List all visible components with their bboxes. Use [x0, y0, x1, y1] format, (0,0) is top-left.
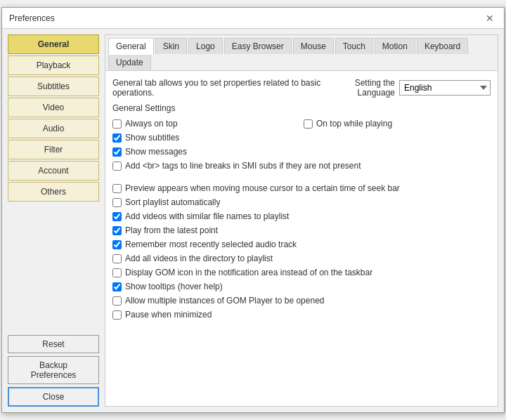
sidebar-item-subtitles[interactable]: Subtitles: [8, 77, 99, 96]
row-add-all-videos: Add all videos in the directory to playl…: [112, 254, 491, 263]
row-remember-audio: Remember most recently selected audio tr…: [112, 239, 491, 249]
add-br-tags-checkbox[interactable]: [112, 162, 122, 171]
add-similar-videos-checkbox[interactable]: [112, 212, 122, 221]
row-show-subtitles: Show subtitles: [112, 133, 491, 143]
main-panel: General Skin Logo Easy Browser Mouse Tou…: [105, 34, 498, 407]
add-all-videos-checkbox[interactable]: [112, 254, 122, 263]
tab-easy-browser[interactable]: Easy Browser: [224, 38, 292, 54]
add-similar-videos-label[interactable]: Add videos with similar file names to pl…: [125, 211, 289, 221]
description-text: General tab allows you to set properties…: [112, 78, 323, 98]
sidebar-item-account[interactable]: Account: [8, 161, 99, 181]
display-gom-icon-label[interactable]: Display GOM icon in the notification are…: [125, 268, 372, 277]
sidebar-item-general[interactable]: General: [8, 34, 99, 54]
language-label: Setting theLanguage: [355, 78, 395, 98]
tab-general[interactable]: General: [108, 38, 154, 55]
add-all-videos-label[interactable]: Add all videos in the directory to playl…: [125, 254, 273, 263]
preview-mouse-label[interactable]: Preview appears when moving mouse cursor…: [125, 183, 400, 193]
always-on-top-label[interactable]: Always on top: [125, 119, 178, 129]
row-preview-mouse: Preview appears when moving mouse cursor…: [112, 183, 491, 193]
remember-audio-label[interactable]: Remember most recently selected audio tr…: [125, 239, 297, 249]
row-play-latest: Play from the latest point: [112, 225, 491, 235]
row-always-on-top: Always on top On top while playing: [112, 119, 491, 129]
play-latest-label[interactable]: Play from the latest point: [125, 225, 218, 235]
tab-keyboard[interactable]: Keyboard: [417, 38, 468, 54]
sidebar-item-filter[interactable]: Filter: [8, 140, 99, 159]
allow-multiple-checkbox[interactable]: [112, 296, 122, 306]
row-display-gom-icon: Display GOM icon in the notification are…: [112, 268, 491, 277]
show-tooltips-checkbox[interactable]: [112, 282, 122, 291]
tab-skin[interactable]: Skin: [155, 38, 187, 54]
checkbox-on-top-playing: On top while playing: [304, 119, 392, 129]
always-on-top-checkbox[interactable]: [112, 119, 122, 129]
row-add-similar-videos: Add videos with similar file names to pl…: [112, 211, 491, 221]
row-show-tooltips: Show tooltips (hover help): [112, 282, 491, 291]
allow-multiple-label[interactable]: Allow multiple instances of GOM Player t…: [125, 296, 324, 306]
language-row: Setting theLanguage English Korean Japan…: [355, 78, 491, 98]
tab-logo[interactable]: Logo: [188, 38, 223, 54]
row-allow-multiple: Allow multiple instances of GOM Player t…: [112, 296, 491, 306]
add-br-tags-label[interactable]: Add <br> tags to line breaks in SMI subs…: [125, 161, 361, 171]
on-top-playing-checkbox[interactable]: [304, 119, 313, 129]
sidebar-item-others[interactable]: Others: [8, 182, 99, 202]
sort-playlist-checkbox[interactable]: [112, 198, 122, 207]
divider1: [112, 175, 491, 179]
title-bar: Preferences ✕: [2, 8, 504, 29]
window-title: Preferences: [9, 13, 55, 23]
language-select[interactable]: English Korean Japanese Chinese French G…: [399, 80, 491, 96]
sort-playlist-label[interactable]: Sort playlist automatically: [125, 197, 220, 207]
sidebar-item-playback[interactable]: Playback: [8, 55, 99, 75]
preview-mouse-checkbox[interactable]: [112, 184, 122, 193]
pause-minimized-checkbox[interactable]: [112, 310, 122, 320]
tab-update[interactable]: Update: [108, 54, 151, 70]
checkbox-always-on-top: Always on top: [112, 119, 178, 129]
panel-content: General tab allows you to set properties…: [105, 71, 498, 406]
sidebar-item-audio[interactable]: Audio: [8, 119, 99, 138]
show-messages-checkbox[interactable]: [112, 147, 122, 157]
reset-button[interactable]: Reset: [8, 335, 99, 353]
on-top-playing-label[interactable]: On top while playing: [316, 119, 392, 129]
tab-motion[interactable]: Motion: [375, 38, 415, 54]
display-gom-icon-checkbox[interactable]: [112, 268, 122, 277]
sidebar: General Playback Subtitles Video Audio F…: [8, 34, 99, 407]
content-area: General Playback Subtitles Video Audio F…: [2, 29, 504, 412]
remember-audio-checkbox[interactable]: [112, 240, 122, 249]
tab-touch[interactable]: Touch: [335, 38, 373, 54]
close-button[interactable]: Close: [8, 387, 99, 407]
description-row: General tab allows you to set properties…: [112, 78, 491, 98]
row-show-messages: Show messages: [112, 147, 491, 157]
tab-bar: General Skin Logo Easy Browser Mouse Tou…: [105, 35, 498, 71]
row-pause-minimized: Pause when minimized: [112, 310, 491, 320]
pause-minimized-label[interactable]: Pause when minimized: [125, 310, 212, 320]
tab-mouse[interactable]: Mouse: [293, 38, 334, 54]
sidebar-spacer: [8, 203, 99, 328]
section-title: General Settings: [112, 103, 491, 113]
row-add-br-tags: Add <br> tags to line breaks in SMI subs…: [112, 161, 491, 171]
show-subtitles-label[interactable]: Show subtitles: [125, 133, 179, 143]
show-tooltips-label[interactable]: Show tooltips (hover help): [125, 282, 223, 291]
window-close-button[interactable]: ✕: [483, 11, 497, 25]
show-messages-label[interactable]: Show messages: [125, 147, 187, 157]
row-sort-playlist: Sort playlist automatically: [112, 197, 491, 207]
backup-preferences-button[interactable]: Backup Preferences: [8, 356, 99, 384]
preferences-window: Preferences ✕ General Playback Subtitles…: [1, 7, 505, 413]
sidebar-actions: Reset Backup Preferences Close: [8, 335, 99, 407]
play-latest-checkbox[interactable]: [112, 226, 122, 235]
show-subtitles-checkbox[interactable]: [112, 133, 122, 143]
sidebar-item-video[interactable]: Video: [8, 98, 99, 117]
settings-grid: Always on top On top while playing: [112, 119, 491, 320]
